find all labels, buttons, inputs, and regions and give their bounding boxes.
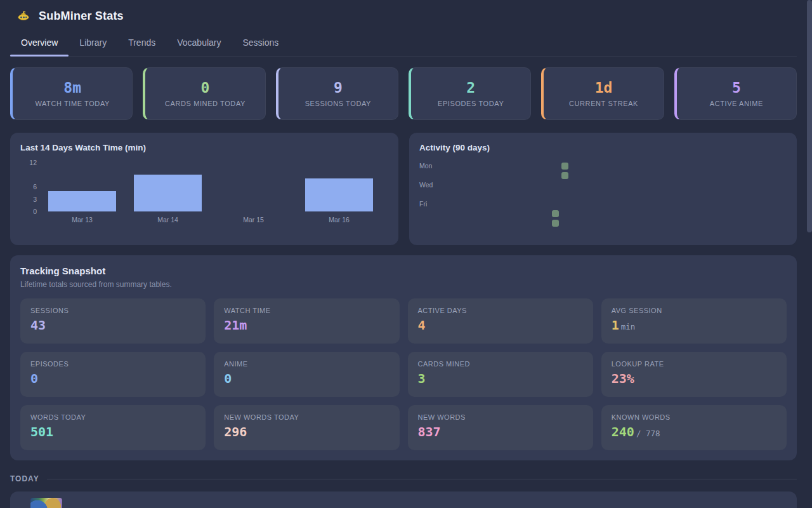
tile-label: ANIME <box>224 360 389 368</box>
tracking-tile-episodes: EPISODES0 <box>20 352 206 397</box>
tab-sessions[interactable]: Sessions <box>232 32 290 56</box>
y-axis-tick-label: 3 <box>20 196 37 203</box>
charts-row: Last 14 Days Watch Time (min) 03612Mar 1… <box>10 133 797 245</box>
main-content: 8m WATCH TIME TODAY 0 CARDS MINED TODAY … <box>0 67 812 508</box>
stat-label: EPISODES TODAY <box>438 100 504 107</box>
x-axis-tick-label: Mar 16 <box>296 216 382 224</box>
heatmap-day-label: Mon <box>419 162 432 170</box>
tracking-tile-sessions: SESSIONS43 <box>20 298 206 344</box>
tile-label: WORDS TODAY <box>30 413 195 421</box>
stat-label: CURRENT STREAK <box>569 100 638 107</box>
tile-value-suffix: / 778 <box>636 429 660 438</box>
tab-bar: Overview Library Trends Vocabulary Sessi… <box>10 32 797 57</box>
stat-card-active-anime: 5 ACTIVE ANIME <box>674 67 797 120</box>
x-axis-tick-label: Mar 14 <box>125 216 211 224</box>
stat-label: ACTIVE ANIME <box>710 100 763 107</box>
tile-value: 23% <box>612 372 776 385</box>
section-subtitle: Lifetime totals sourced from summary tab… <box>20 280 787 289</box>
stat-value: 8m <box>63 81 81 95</box>
section-title: Tracking Snapshot <box>20 265 787 276</box>
heatmap-day-label: Fri <box>419 200 427 208</box>
stat-card-row: 8m WATCH TIME TODAY 0 CARDS MINED TODAY … <box>10 67 797 120</box>
bar-mar-14 <box>134 175 202 211</box>
tile-label: ACTIVE DAYS <box>418 307 583 314</box>
tile-value: 501 <box>30 425 195 438</box>
watch-time-chart-panel: Last 14 Days Watch Time (min) 03612Mar 1… <box>10 133 398 245</box>
tracking-snapshot-panel: Tracking Snapshot Lifetime totals source… <box>10 255 797 460</box>
stat-card-watch-time-today: 8m WATCH TIME TODAY <box>10 67 133 120</box>
stat-card-cards-mined-today: 0 CARDS MINED TODAY <box>143 67 265 120</box>
tracking-tile-anime: ANIME0 <box>214 352 399 397</box>
stat-card-sessions-today: 9 SESSIONS TODAY <box>276 67 398 120</box>
tracking-tile-avg-session: AVG SESSION1min <box>601 298 787 344</box>
x-axis-tick-label: Mar 13 <box>39 216 125 224</box>
tile-value: 4 <box>418 319 583 331</box>
tile-value-suffix: min <box>621 322 636 331</box>
activity-heatmap-panel: Activity (90 days) MonWedFri <box>409 133 797 245</box>
today-section-header: TODAY <box>10 474 797 483</box>
tile-value: 21m <box>224 319 389 331</box>
today-label: TODAY <box>10 474 39 483</box>
tab-trends[interactable]: Trends <box>117 32 166 56</box>
tracking-tile-grid: SESSIONS43WATCH TIME21mACTIVE DAYS4AVG S… <box>20 298 787 450</box>
tile-value: 3 <box>418 372 583 385</box>
tile-label: EPISODES <box>30 360 195 368</box>
stat-value: 5 <box>732 81 741 95</box>
y-axis-tick-label: 12 <box>20 159 37 166</box>
heatmap-active-cell <box>561 163 568 170</box>
tracking-tile-cards-mined: CARDS MINED3 <box>408 352 593 397</box>
tile-label: AVG SESSION <box>612 307 776 314</box>
today-session-card <box>10 491 797 508</box>
heatmap-day-label: Wed <box>419 181 433 189</box>
tile-label: LOOKUP RATE <box>612 360 776 368</box>
heatmap-active-cell <box>561 172 568 179</box>
tracking-tile-active-days: ACTIVE DAYS4 <box>408 298 593 344</box>
tab-overview[interactable]: Overview <box>10 32 69 56</box>
vertical-scrollbar[interactable] <box>807 0 812 232</box>
stat-label: SESSIONS TODAY <box>305 100 371 107</box>
tracking-tile-watch-time: WATCH TIME21m <box>214 298 399 344</box>
heatmap-title: Activity (90 days) <box>419 143 787 152</box>
stat-value: 9 <box>334 81 343 95</box>
stat-value: 1d <box>595 81 613 95</box>
tracking-tile-new-words: NEW WORDS837 <box>408 405 593 450</box>
tile-label: KNOWN WORDS <box>612 413 776 421</box>
tile-value: 296 <box>224 425 389 438</box>
tracking-tile-lookup-rate: LOOKUP RATE23% <box>601 352 787 397</box>
stat-value: 2 <box>466 81 475 95</box>
tile-value: 0 <box>224 372 389 385</box>
stat-label: CARDS MINED TODAY <box>165 100 246 107</box>
tracking-tile-new-words-today: NEW WORDS TODAY296 <box>214 405 399 450</box>
tile-value: 1min <box>612 319 776 331</box>
divider <box>47 479 797 479</box>
page-title: SubMiner Stats <box>39 10 124 23</box>
watch-time-bar-chart: 03612Mar 13Mar 14Mar 15Mar 16 <box>20 155 388 225</box>
app-header: SubMiner Stats <box>0 0 812 32</box>
submarine-icon <box>17 10 30 22</box>
tile-value: 0 <box>30 372 195 385</box>
tile-label: CARDS MINED <box>418 360 583 368</box>
tile-value: 837 <box>418 425 583 438</box>
tile-value: 240/ 778 <box>612 425 776 438</box>
tracking-tile-known-words: KNOWN WORDS240/ 778 <box>601 405 787 450</box>
tile-label: NEW WORDS <box>418 413 583 421</box>
heatmap-active-cell <box>552 210 559 217</box>
y-axis-tick-label: 0 <box>20 208 37 215</box>
x-axis-tick-label: Mar 15 <box>211 216 296 224</box>
tile-label: WATCH TIME <box>224 307 389 314</box>
tab-vocabulary[interactable]: Vocabulary <box>166 32 232 56</box>
heatmap-active-cell <box>552 220 559 227</box>
anime-cover-thumbnail <box>30 498 62 508</box>
stat-card-episodes-today: 2 EPISODES TODAY <box>409 67 531 120</box>
tile-label: SESSIONS <box>30 307 195 314</box>
activity-heatmap: MonWedFri <box>419 163 787 229</box>
tile-value: 43 <box>30 319 195 331</box>
tab-library[interactable]: Library <box>69 32 117 56</box>
chart-title: Last 14 Days Watch Time (min) <box>20 143 388 152</box>
bar-mar-13 <box>48 191 116 211</box>
tile-label: NEW WORDS TODAY <box>224 413 389 421</box>
bar-mar-16 <box>305 178 373 211</box>
stat-value: 0 <box>201 81 210 95</box>
stat-label: WATCH TIME TODAY <box>35 100 110 107</box>
stat-card-current-streak: 1d CURRENT STREAK <box>541 67 664 120</box>
